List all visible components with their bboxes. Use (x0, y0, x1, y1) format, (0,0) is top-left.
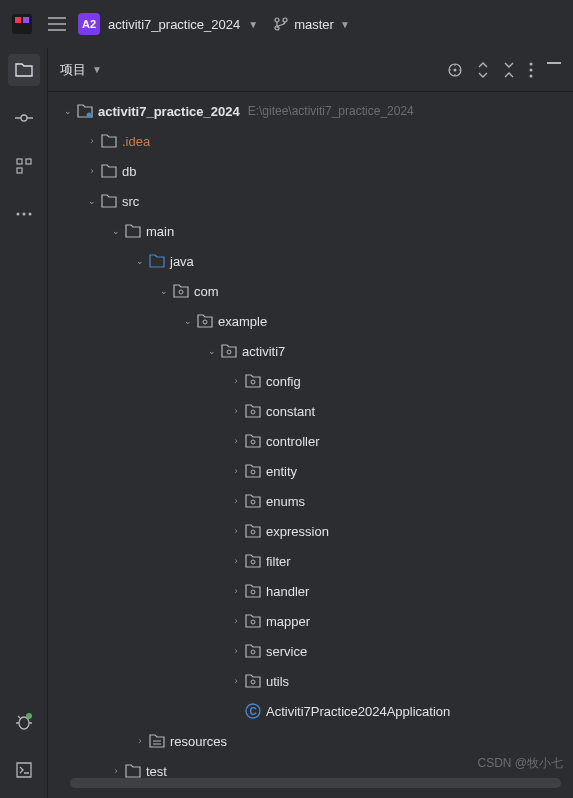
node-label: src (122, 194, 139, 209)
tree-row[interactable]: ⌄example (48, 306, 573, 336)
collapse-icon[interactable]: › (228, 646, 244, 656)
collapse-icon[interactable]: › (228, 406, 244, 416)
collapse-icon[interactable]: › (228, 376, 244, 386)
project-name[interactable]: activiti7_practice_2024 (108, 17, 240, 32)
tree-row[interactable]: ›config (48, 366, 573, 396)
collapse-icon[interactable]: › (228, 526, 244, 536)
tree-row[interactable]: ›controller (48, 426, 573, 456)
node-icon (172, 284, 190, 298)
main-menu-icon[interactable] (44, 13, 70, 35)
node-icon (244, 374, 262, 388)
tree-row[interactable]: ›filter (48, 546, 573, 576)
tree-row[interactable]: CActiviti7Practice2024Application (48, 696, 573, 726)
expand-icon[interactable]: ⌄ (132, 256, 148, 266)
vcs-branch[interactable]: master ▼ (274, 17, 350, 32)
tree-row[interactable]: ›.idea (48, 126, 573, 156)
collapse-icon[interactable]: › (108, 766, 124, 776)
tree-row[interactable]: ›mapper (48, 606, 573, 636)
expand-icon[interactable]: ⌄ (204, 346, 220, 356)
panel-header: 项目 ▼ (48, 48, 573, 92)
more-tool-button[interactable] (8, 198, 40, 230)
node-icon: C (244, 703, 262, 719)
node-label: Activiti7Practice2024Application (266, 704, 450, 719)
node-label: mapper (266, 614, 310, 629)
svg-point-23 (203, 320, 207, 324)
branch-name: master (294, 17, 334, 32)
expand-icon[interactable]: ⌄ (180, 316, 196, 326)
tree-row[interactable]: ⌄com (48, 276, 573, 306)
expand-icon[interactable]: ⌄ (108, 226, 124, 236)
node-label: test (146, 764, 167, 779)
node-label: resources (170, 734, 227, 749)
collapse-icon[interactable]: › (228, 616, 244, 626)
node-label: example (218, 314, 267, 329)
horizontal-scrollbar[interactable] (70, 778, 561, 788)
collapse-icon[interactable]: › (132, 736, 148, 746)
node-icon (244, 674, 262, 688)
collapse-icon[interactable]: › (228, 466, 244, 476)
panel-title[interactable]: 项目 (60, 61, 86, 79)
project-badge[interactable]: A2 (78, 13, 100, 35)
tree-row[interactable]: ⌄activiti7 (48, 336, 573, 366)
tree-row[interactable]: ⌄main (48, 216, 573, 246)
tree-row[interactable]: ›db (48, 156, 573, 186)
svg-point-26 (251, 410, 255, 414)
collapse-all-icon[interactable] (503, 62, 515, 78)
collapse-icon[interactable]: › (228, 496, 244, 506)
collapse-icon[interactable]: › (228, 436, 244, 446)
tree-row[interactable]: ⌄activiti7_practice_2024E:\gitee\activit… (48, 96, 573, 126)
node-icon (244, 464, 262, 478)
collapse-icon[interactable]: › (84, 166, 100, 176)
expand-icon[interactable]: ⌄ (156, 286, 172, 296)
tree-row[interactable]: ›resources (48, 726, 573, 756)
expand-icon[interactable]: ⌄ (60, 106, 76, 116)
tree-row[interactable]: ›constant (48, 396, 573, 426)
svg-point-12 (28, 213, 31, 216)
select-opened-file-icon[interactable] (447, 62, 463, 78)
svg-point-13 (19, 717, 29, 729)
node-label: constant (266, 404, 315, 419)
tree-row[interactable]: ⌄java (48, 246, 573, 276)
tree-row[interactable]: ›enums (48, 486, 573, 516)
node-icon (100, 134, 118, 148)
node-icon (196, 314, 214, 328)
svg-rect-7 (17, 159, 22, 164)
node-icon (148, 734, 166, 748)
top-bar: A2 activiti7_practice_2024 ▼ master ▼ (0, 0, 573, 48)
chevron-down-icon[interactable]: ▼ (340, 19, 350, 30)
project-panel: 项目 ▼ ⌄activiti7_practice_2024E:\gitee\ac… (48, 48, 573, 798)
structure-tool-button[interactable] (8, 150, 40, 182)
project-tool-button[interactable] (8, 54, 40, 86)
node-label: utils (266, 674, 289, 689)
collapse-icon[interactable]: › (84, 136, 100, 146)
tree-row[interactable]: ›handler (48, 576, 573, 606)
tree-row[interactable]: ›utils (48, 666, 573, 696)
expand-icon[interactable]: ⌄ (84, 196, 100, 206)
commit-tool-button[interactable] (8, 102, 40, 134)
tree-row[interactable]: ⌄src (48, 186, 573, 216)
project-tree[interactable]: ⌄activiti7_practice_2024E:\gitee\activit… (48, 92, 573, 798)
chevron-down-icon[interactable]: ▼ (92, 64, 102, 75)
chevron-down-icon[interactable]: ▼ (248, 19, 258, 30)
svg-point-17 (530, 62, 533, 65)
collapse-icon[interactable]: › (228, 556, 244, 566)
node-label: activiti7_practice_2024 (98, 104, 240, 119)
tree-row[interactable]: ›expression (48, 516, 573, 546)
node-icon (244, 614, 262, 628)
hide-icon[interactable] (547, 62, 561, 78)
tool-window-bar (0, 48, 48, 798)
terminal-tool-button[interactable] (8, 754, 40, 786)
svg-point-18 (530, 68, 533, 71)
expand-all-icon[interactable] (477, 62, 489, 78)
tree-row[interactable]: ›entity (48, 456, 573, 486)
more-options-icon[interactable] (529, 62, 533, 78)
tree-row[interactable]: ›service (48, 636, 573, 666)
debug-tool-button[interactable] (8, 706, 40, 738)
app-icon (8, 10, 36, 38)
svg-point-3 (275, 18, 279, 22)
collapse-icon[interactable]: › (228, 586, 244, 596)
svg-point-14 (26, 713, 32, 719)
svg-point-33 (251, 620, 255, 624)
collapse-icon[interactable]: › (228, 676, 244, 686)
node-icon (124, 224, 142, 238)
